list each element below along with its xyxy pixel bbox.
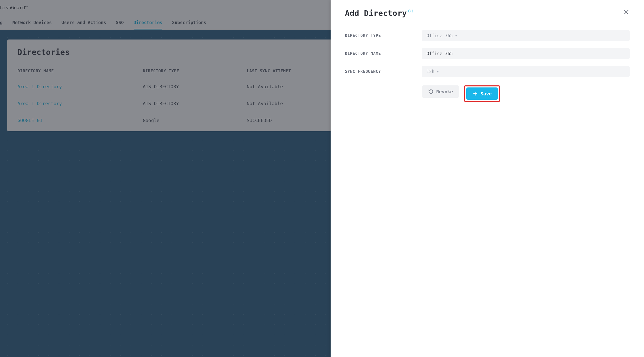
close-icon: [623, 9, 630, 15]
select-sync-frequency[interactable]: 12h ▼: [422, 66, 630, 77]
info-icon[interactable]: i: [408, 9, 413, 13]
select-directory-type[interactable]: Office 365 ▼: [422, 30, 630, 41]
select-sync-frequency-value: 12h: [427, 69, 434, 74]
form-row-sync-frequency: SYNC FREQUENCY 12h ▼: [345, 66, 630, 77]
chevron-down-icon: ▼: [455, 34, 457, 37]
save-button-label: Save: [481, 91, 492, 96]
revoke-button-label: Revoke: [436, 89, 453, 94]
save-button[interactable]: Save: [466, 87, 498, 100]
panel-title: Add Directory: [345, 9, 407, 18]
panel-actions: Revoke Save: [345, 85, 630, 102]
chevron-down-icon: ▼: [437, 70, 439, 73]
save-highlight: Save: [464, 85, 500, 102]
close-button[interactable]: [623, 9, 630, 16]
label-directory-type: DIRECTORY TYPE: [345, 33, 422, 38]
input-directory-name[interactable]: [422, 48, 630, 59]
revoke-button[interactable]: Revoke: [422, 85, 459, 98]
add-directory-panel: Add Directory i DIRECTORY TYPE Office 36…: [331, 0, 644, 357]
panel-header: Add Directory i: [345, 9, 630, 18]
label-directory-name: DIRECTORY NAME: [345, 51, 422, 56]
add-directory-form: DIRECTORY TYPE Office 365 ▼ DIRECTORY NA…: [345, 30, 630, 102]
revoke-icon: [428, 89, 434, 94]
form-row-directory-type: DIRECTORY TYPE Office 365 ▼: [345, 30, 630, 41]
label-sync-frequency: SYNC FREQUENCY: [345, 69, 422, 74]
form-row-directory-name: DIRECTORY NAME: [345, 48, 630, 59]
plus-icon: [472, 91, 478, 96]
select-directory-type-value: Office 365: [427, 33, 453, 38]
